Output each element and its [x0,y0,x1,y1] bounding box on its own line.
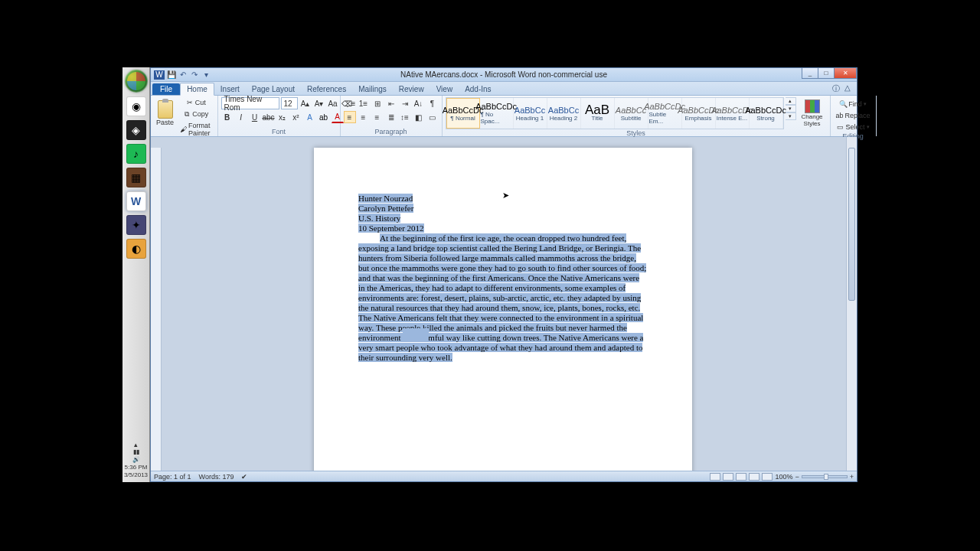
tab-review[interactable]: Review [393,83,430,95]
style-subtitle[interactable]: AaBbCcSubtitle [615,98,648,129]
tab-view[interactable]: View [430,83,459,95]
doc-line-4[interactable]: 10 September 2012 [358,223,424,233]
document-body[interactable]: Hunter Nourzad Carolyn Pettefer U.S. His… [358,194,648,363]
qat-undo-icon[interactable]: ↶ [178,70,188,80]
tray-vol-icon[interactable]: 🔊 [122,456,149,464]
align-left-button[interactable]: ≡ [344,111,356,123]
line-spacing-button[interactable]: ↕≡ [399,111,411,123]
numbering-button[interactable]: 1≡ [358,97,370,109]
tab-mailings[interactable]: Mailings [352,83,393,95]
style-subtle-em-[interactable]: AaBbCcDcSubtle Em... [648,98,682,129]
doc-line-1[interactable]: Hunter Nourzad [358,194,413,203]
document-page[interactable]: Hunter Nourzad Carolyn Pettefer U.S. His… [314,148,692,471]
taskbar-minecraft-icon[interactable]: ▦ [126,168,146,187]
change-styles-button[interactable]: Change Styles [798,97,827,129]
shading-button[interactable]: ◧ [413,111,425,123]
zoom-knob[interactable] [824,474,828,480]
style--normal[interactable]: AaBbCcDc¶ Normal [446,98,480,129]
maximize-button[interactable]: □ [818,68,835,79]
decrease-indent-button[interactable]: ⇤ [385,97,397,109]
change-case-button[interactable]: Aa [327,97,339,109]
status-proof-icon[interactable]: ✔ [241,473,247,481]
tab-file[interactable]: File [152,83,180,95]
italic-button[interactable]: I [235,111,247,123]
view-print-layout-button[interactable] [710,473,720,481]
qat-redo-icon[interactable]: ↷ [190,70,199,80]
select-button[interactable]: ▭Select▾ [834,122,873,132]
align-center-button[interactable]: ≡ [358,111,370,123]
sort-button[interactable]: A↓ [413,97,425,109]
style-emphasis[interactable]: AaBbCcDcEmphasis [682,98,716,129]
borders-button[interactable]: ▭ [426,111,439,123]
minimize-button[interactable]: _ [802,68,818,79]
minimize-ribbon-icon[interactable]: △ [844,83,854,93]
qat-customize-icon[interactable]: ▾ [201,70,211,80]
tray-date[interactable]: 3/5/2013 [122,471,149,479]
tab-references[interactable]: References [301,83,352,95]
increase-indent-button[interactable]: ⇥ [399,97,411,109]
tray-arrow-icon[interactable]: ▴ [122,441,149,448]
find-button[interactable]: 🔍Find▾ [834,99,873,109]
style-strong[interactable]: AaBbCcDcStrong [750,98,783,129]
qat-save-icon[interactable]: 💾 [167,70,176,80]
copy-button[interactable]: ⧉Copy [178,109,214,119]
style-heading-2[interactable]: AaBbCcHeading 2 [547,98,581,129]
zoom-in-button[interactable]: + [850,473,854,481]
style-title[interactable]: AaBTitle [581,98,615,129]
taskbar-app2-icon[interactable]: ◐ [126,239,146,259]
zoom-level[interactable]: 100% [775,473,792,481]
taskbar-steam-icon[interactable]: ◈ [126,120,146,140]
status-words[interactable]: Words: 179 [199,473,234,481]
close-button[interactable]: ✕ [834,68,857,79]
format-painter-button[interactable]: 🖌Format Painter [178,120,214,139]
font-size-combo[interactable]: 12 [281,97,298,109]
zoom-out-button[interactable]: − [795,473,799,481]
tray-time[interactable]: 5:36 PM [122,464,149,471]
view-draft-button[interactable] [762,473,773,481]
font-name-combo[interactable]: Times New Rom [221,97,279,109]
scrollbar-thumb[interactable] [848,148,855,301]
zoom-slider[interactable] [802,475,848,478]
tab-home[interactable]: Home [180,83,214,96]
highlight-button[interactable]: ab [318,111,330,123]
text-effects-button[interactable]: A [304,111,316,123]
taskbar-spotify-icon[interactable]: ♪ [126,144,146,164]
cut-button[interactable]: ✂Cut [178,97,214,108]
view-full-screen-button[interactable] [723,473,733,481]
doc-line-3[interactable]: U.S. History [358,214,400,223]
superscript-button[interactable]: x² [290,111,302,123]
style--no-spac-[interactable]: AaBbCcDc¶ No Spac... [480,98,514,129]
tab-page-layout[interactable]: Page Layout [246,83,301,95]
tab-insert[interactable]: Insert [214,83,246,95]
help-icon[interactable]: ⓘ [832,83,841,93]
start-orb[interactable] [125,70,148,93]
vertical-scrollbar[interactable] [846,137,857,471]
tray-net-icon[interactable]: ▮▮ [122,448,149,456]
taskbar-chrome-icon[interactable]: ◉ [126,96,146,116]
show-marks-button[interactable]: ¶ [426,97,439,109]
bullets-button[interactable]: ⋮≡ [344,97,356,109]
justify-button[interactable]: ≣ [385,111,397,123]
view-outline-button[interactable] [749,473,760,481]
style-heading-1[interactable]: AaBbCcHeading 1 [514,98,547,129]
subscript-button[interactable]: x₂ [276,111,289,123]
replace-button[interactable]: abReplace [834,110,873,121]
multilevel-button[interactable]: ⊞ [371,97,384,109]
paste-button[interactable]: Paste [154,97,176,129]
styles-scroll[interactable]: ▴▾▾ [786,97,796,120]
align-right-button[interactable]: ≡ [371,111,384,123]
bold-button[interactable]: B [221,111,234,123]
shrink-font-button[interactable]: A▾ [313,97,325,109]
vertical-ruler[interactable] [151,148,162,471]
view-web-button[interactable] [736,473,746,481]
taskbar-word-icon[interactable]: W [126,191,146,211]
strike-button[interactable]: abc [263,111,275,123]
titlebar[interactable]: W 💾 ↶ ↷ ▾ NAtive MAercans.docx - Microso… [151,68,857,82]
styles-gallery[interactable]: AaBbCcDc¶ NormalAaBbCcDc¶ No Spac...AaBb… [446,97,784,129]
grow-font-button[interactable]: A▴ [299,97,312,109]
doc-line-2[interactable]: Carolyn Pettefer [358,204,413,213]
tab-add-ins[interactable]: Add-Ins [459,83,497,95]
taskbar-app-icon[interactable]: ✦ [126,215,146,235]
underline-button[interactable]: U [249,111,261,123]
status-page[interactable]: Page: 1 of 1 [154,473,191,481]
